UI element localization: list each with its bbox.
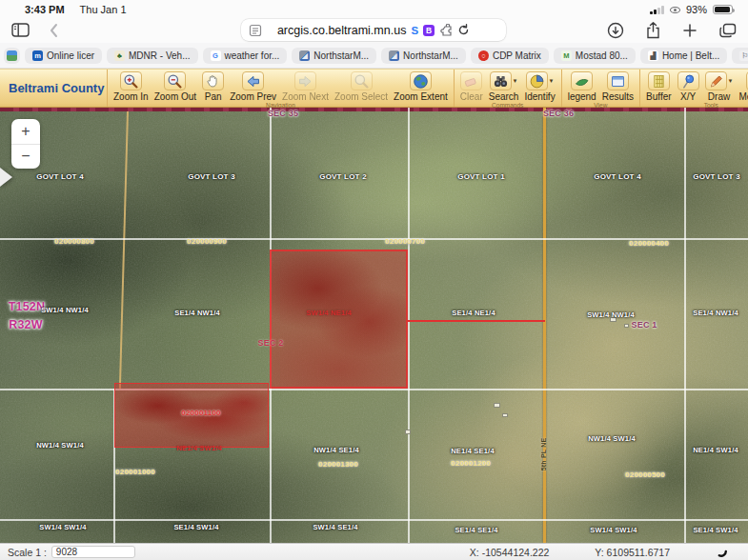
- pan-icon: [202, 71, 224, 90]
- bookmark-favicon: ◢: [389, 50, 399, 61]
- cellular-signal-icon: [650, 6, 664, 14]
- zoom-extent-button[interactable]: Zoom Extent: [392, 70, 450, 102]
- bookmark-partial[interactable]: [4, 48, 20, 64]
- zoom-in-icon: [120, 71, 142, 90]
- draw-button[interactable]: ▼Draw: [703, 70, 736, 102]
- bookmark-label: NorthstarM...: [313, 50, 369, 61]
- toolbar-button-label: Draw: [708, 91, 730, 102]
- bookmark-mdnr-veh[interactable]: ♣MDNR - Veh...: [107, 48, 197, 64]
- zoom-out-button[interactable]: −: [11, 145, 40, 170]
- toolbar-button-label: Zoom Next: [282, 91, 329, 102]
- scale-input[interactable]: [51, 546, 135, 558]
- legend-button[interactable]: legend: [566, 70, 598, 102]
- zoom-in-button[interactable]: +: [11, 119, 40, 145]
- back-button-icon[interactable]: [49, 23, 58, 38]
- app-title: Beltrami County: [0, 70, 107, 107]
- footer-status-bar: Scale 1 : X: -10544124.222 Y: 6109511.67…: [0, 543, 748, 560]
- zoom-select-icon: [351, 71, 373, 90]
- toolbar-group-view: legendResultsView: [561, 70, 639, 107]
- bookmark-label: MDNR - Veh...: [129, 50, 190, 61]
- building: [494, 403, 500, 408]
- bookmark-mostad-80[interactable]: MMostad 80...: [554, 48, 636, 64]
- privacy-indicator-icon: [670, 7, 680, 13]
- bookmark-favicon: G: [211, 50, 221, 61]
- bookmark-interactive[interactable]: ⚐Interactive...: [732, 48, 748, 64]
- toolbar-button-label: X/Y: [680, 91, 696, 102]
- zoom-out-button[interactable]: Zoom Out: [152, 70, 198, 102]
- bookmark-favicon: ⚐: [739, 50, 748, 61]
- bookmark-label: Home | Belt...: [662, 50, 719, 61]
- bookmarks-bar: mOnline licer♣MDNR - Veh...Gweather for.…: [0, 43, 748, 69]
- bookmark-label: CDP Matrix: [493, 50, 541, 61]
- bookmark-home-belt[interactable]: ▟Home | Belt...: [640, 48, 727, 64]
- toolbar-button-label: Measure: [739, 91, 748, 102]
- share-icon[interactable]: [646, 22, 660, 39]
- chevron-down-icon[interactable]: ▼: [513, 78, 518, 84]
- toolbar-button-label: Pan: [205, 91, 222, 102]
- zoom-prev-button[interactable]: Zoom Prev: [228, 70, 278, 102]
- status-bar: 3:43 PM Thu Jan 1 93%: [0, 0, 748, 17]
- zoom-out-icon: [164, 71, 186, 90]
- legend-icon: [571, 71, 593, 90]
- pan-button[interactable]: Pan: [200, 70, 226, 102]
- x-y-button[interactable]: X/Y: [676, 70, 701, 102]
- bookmark-online-licer[interactable]: mOnline licer: [25, 48, 102, 64]
- chevron-down-icon[interactable]: ▼: [549, 78, 555, 84]
- bookmark-northstarm[interactable]: ◢NorthstarM...: [381, 48, 466, 64]
- bookmark-label: Online licer: [47, 50, 94, 61]
- reload-icon[interactable]: [457, 24, 470, 36]
- toolbar-button-label: Zoom Out: [154, 91, 196, 102]
- clear-button: Clear: [458, 70, 485, 102]
- extension-badge-s[interactable]: S: [411, 25, 418, 36]
- pushpin-icon: [677, 71, 699, 90]
- sidebar-toggle-icon[interactable]: [11, 23, 30, 37]
- results-icon: [607, 71, 629, 90]
- bookmark-favicon: ♣: [114, 50, 125, 61]
- address-bar[interactable]: arcgis.co.beltrami.mn.us S B: [241, 19, 506, 41]
- extension-badge-b[interactable]: B: [423, 25, 435, 36]
- extensions-puzzle-icon[interactable]: [439, 24, 453, 36]
- tabs-overview-icon[interactable]: [719, 23, 737, 38]
- new-tab-icon[interactable]: [682, 23, 697, 38]
- buffer-button[interactable]: Buffer: [644, 70, 674, 102]
- township-boundary-line: [0, 108, 748, 111]
- grid-line-vertical: [408, 108, 410, 543]
- bookmark-northstarm[interactable]: ◢NorthstarM...: [292, 48, 376, 64]
- measure-button[interactable]: Measure: [738, 70, 748, 102]
- selected-parcel-highlight[interactable]: [270, 250, 408, 389]
- bookmark-favicon: M: [561, 50, 572, 61]
- selected-parcel-highlight[interactable]: [114, 383, 269, 448]
- map-canvas[interactable]: SEC 35SEC 36GOVT LOT 4GOVT LOT 3GOVT LOT…: [0, 108, 748, 543]
- panel-expand-arrow[interactable]: [0, 168, 12, 187]
- bookmark-cdp-matrix[interactable]: ○CDP Matrix: [471, 48, 549, 64]
- building: [610, 317, 617, 322]
- identify-icon: [526, 71, 548, 90]
- bookmark-favicon: [7, 50, 17, 61]
- toolbar-groups: Zoom InZoom OutPanZoom PrevZoom NextZoom…: [107, 70, 748, 107]
- arrow-right-icon: [294, 71, 316, 90]
- buffer-icon: [648, 71, 670, 90]
- clock: 3:43 PM: [25, 4, 65, 15]
- toolbar-group-commands: Clear▼Search▼IdentifyCommands: [454, 70, 561, 107]
- zoom-next-button: Zoom Next: [280, 70, 331, 102]
- page-settings-icon[interactable]: [249, 24, 262, 37]
- search-button[interactable]: ▼Search: [487, 70, 521, 102]
- toolbar-button-label: Clear: [460, 91, 483, 102]
- globe-icon: [410, 71, 432, 90]
- toolbar-group-tools: BufferX/Y▼DrawMeasureTools: [639, 70, 748, 107]
- pencil-icon: [705, 71, 727, 90]
- chevron-down-icon[interactable]: ▼: [728, 78, 734, 84]
- zoom-in-button[interactable]: Zoom In: [111, 70, 151, 102]
- toolbar-button-label: Zoom Extent: [394, 91, 448, 102]
- building: [624, 324, 629, 328]
- results-button[interactable]: Results: [600, 70, 636, 102]
- grid-line-horizontal: [0, 519, 748, 521]
- identify-button[interactable]: ▼Identify: [522, 70, 556, 102]
- toolbar-button-label: Zoom Select: [334, 91, 388, 102]
- bookmark-label: NorthstarM...: [403, 50, 458, 61]
- downloads-icon[interactable]: [607, 22, 624, 39]
- bookmark-favicon: ◢: [299, 50, 310, 61]
- bookmark-weather-for[interactable]: Gweather for...: [203, 48, 288, 64]
- toolbar-button-label: legend: [568, 91, 596, 102]
- grid-line-horizontal: [0, 238, 748, 240]
